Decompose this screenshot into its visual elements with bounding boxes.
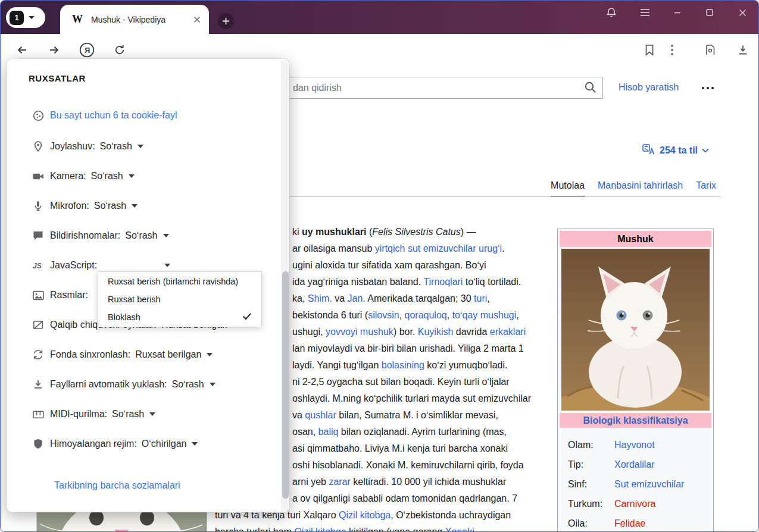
article-text-segment: asi qimmatbaho. Liviya M.i kenja turi ba… — [292, 443, 508, 453]
permission-value-dropdown[interactable]: Soʻrash — [125, 230, 168, 241]
permission-value-dropdown[interactable]: Soʻrash — [90, 171, 134, 181]
article-link[interactable]: baliq — [318, 427, 339, 437]
search-input[interactable] — [257, 77, 603, 99]
article-link[interactable]: Xonaki — [445, 527, 474, 532]
chevron-down-icon — [164, 264, 170, 267]
new-tab-button[interactable] — [218, 13, 234, 29]
infobox-label: Sinf: — [560, 479, 614, 490]
article-link[interactable]: Tirnoqlari — [423, 277, 463, 287]
infobox-value-link[interactable]: Carnivora — [614, 499, 655, 509]
user-menu-icon[interactable] — [702, 87, 714, 89]
back-icon[interactable] — [14, 42, 30, 58]
panel-scrollbar-thumb[interactable] — [282, 271, 289, 499]
permission-value-dropdown[interactable] — [102, 264, 170, 267]
article-text-segment: bilan, Sumatra M. i oʻsimliklar mevasi, — [336, 410, 498, 420]
collections-icon[interactable] — [702, 42, 719, 58]
permission-value-dropdown[interactable]: Oʻchirilgan — [142, 439, 198, 449]
minimize-button[interactable] — [670, 5, 685, 20]
article-link[interactable]: zarar — [329, 477, 350, 487]
article-link[interactable]: yirtqich sut emizuvchilar urugʻi — [375, 243, 502, 254]
infobox-label: Tip: — [560, 459, 614, 470]
article-line: ushugi, yovvoyi mushuk) bor. Kuyikish da… — [292, 324, 531, 340]
chevron-down-icon — [29, 16, 35, 19]
chevron-down-icon — [702, 148, 709, 153]
language-count: 254 ta til — [660, 145, 698, 156]
dropdown-option[interactable]: Bloklash — [98, 308, 261, 326]
kebab-menu-icon[interactable] — [664, 42, 680, 58]
yandex-search-icon[interactable]: Я — [79, 42, 95, 58]
tab-group-button[interactable]: 1 — [6, 7, 45, 28]
infobox-value-link[interactable]: Felidae — [614, 518, 645, 529]
tab-mutolaa[interactable]: Mutolaa — [551, 180, 585, 191]
infobox-row: Oila:Felidae — [560, 514, 711, 532]
midi-icon — [32, 408, 45, 421]
article-link[interactable]: Shim. — [308, 293, 332, 303]
permission-label: Kamera: — [50, 171, 86, 181]
article-link[interactable]: bolasining — [382, 360, 424, 370]
article-link[interactable]: toʻqay mushugi — [452, 310, 517, 320]
article-text-segment: ) — — [461, 227, 476, 237]
maximize-button[interactable] — [702, 5, 717, 20]
tab-close-icon[interactable] — [193, 16, 201, 23]
permission-value-dropdown[interactable]: Soʻrash — [100, 141, 143, 152]
article-text-segment: arni yeb — [292, 477, 329, 487]
article-link[interactable]: yovvoyi mushuk — [326, 327, 393, 337]
article-text-segment: va — [332, 293, 348, 303]
permission-value-text: Soʻrash — [100, 141, 132, 152]
permission-value-dropdown[interactable]: Soʻrash — [94, 201, 138, 211]
dropdown-option[interactable]: Ruxsat berish (birlamchi ravishda) — [98, 273, 261, 290]
chevron-down-icon — [132, 204, 138, 208]
browser-tab[interactable]: W Mushuk - Vikipediya — [60, 5, 209, 34]
permission-value-dropdown[interactable]: Ruxsat berilgan — [135, 349, 213, 360]
article-link[interactable]: qushlar — [305, 410, 336, 420]
article-text-segment: Felis Silvestris Catus — [372, 227, 460, 237]
article-link[interactable]: turi — [474, 293, 487, 303]
tab-edit-source[interactable]: Manbasini tahrirlash — [598, 180, 683, 191]
kitten-photo[interactable] — [561, 249, 710, 411]
dropdown-option[interactable]: Ruxsat berish — [98, 290, 261, 308]
article-link[interactable]: silovsin — [368, 310, 399, 320]
article-link[interactable]: erkaklari — [490, 327, 526, 337]
article-link[interactable]: Qizil kitobga — [294, 527, 346, 532]
close-button[interactable] — [735, 5, 750, 20]
article-tabs: Mutolaa Manbasini tahrirlash Tarix — [215, 177, 721, 197]
create-account-link[interactable]: Hisob yaratish — [619, 82, 679, 93]
article-link[interactable]: qoraquloq — [405, 310, 447, 320]
permission-value-dropdown[interactable]: Soʻrash — [112, 409, 155, 420]
tab-history[interactable]: Tarix — [696, 180, 716, 191]
forward-icon[interactable] — [46, 42, 63, 58]
article-line: asi qimmatbaho. Liviya M.i kenja turi ba… — [292, 440, 531, 457]
site-permissions-panel: RUXSATLAR Bu sayt uchun 6 ta cookie-fayl… — [7, 59, 289, 512]
cookies-link[interactable]: Bu sayt uchun 6 ta cookie-fayl — [50, 110, 177, 121]
article-text-segment: bekistonda 6 turi ( — [292, 310, 368, 320]
bookmark-icon[interactable] — [641, 42, 658, 58]
menu-icon[interactable] — [637, 5, 652, 20]
notifications-icon[interactable] — [604, 5, 619, 20]
article-text-segment: a ov qilganligi sababli odam tomonidan q… — [292, 493, 517, 503]
article-link[interactable]: Kuyikish — [418, 327, 454, 337]
article-line: ka, Shim. va Jan. Amerikada tarqalgan; 3… — [292, 290, 531, 307]
reload-icon[interactable] — [111, 42, 128, 58]
permission-value-text: Soʻrash — [125, 230, 157, 241]
infobox-section-link[interactable]: Biologik klassifikatsiya — [560, 413, 711, 428]
permission-value-dropdown[interactable]: Soʻrash — [172, 379, 215, 390]
infobox-value-link[interactable]: Xordalilar — [614, 459, 655, 470]
panel-scrollbar[interactable] — [281, 61, 289, 510]
permission-label: JavaScript: — [50, 260, 97, 271]
language-selector[interactable]: 254 ta til — [642, 144, 709, 157]
search-icon[interactable] — [584, 81, 597, 94]
article-text: ki uy mushuklari (Felis Silvestris Catus… — [292, 224, 531, 507]
infobox-value-link[interactable]: Hayvonot — [614, 440, 655, 450]
chevron-down-icon — [138, 145, 143, 148]
chevron-down-icon — [192, 442, 198, 446]
svg-text:JS: JS — [33, 262, 42, 270]
infobox-value-link[interactable]: Sut emizuvchilar — [614, 479, 684, 490]
article-link[interactable]: Qizil kitobga — [339, 510, 391, 520]
infobox-row: Turkum:Carnivora — [560, 494, 711, 514]
article-link[interactable]: Jan. — [348, 293, 366, 303]
permission-label: Joylashuv: — [50, 141, 95, 152]
content-settings-link[interactable]: Tarkibning barcha sozlamalari — [54, 480, 180, 491]
downloads-icon[interactable] — [735, 42, 751, 58]
article-text-segment: ni 2-2,5 oygacha sut bilan boqadi. Keyin… — [292, 377, 510, 387]
js-permission-dropdown: Ruxsat berish (birlamchi ravishda)Ruxsat… — [98, 271, 262, 327]
